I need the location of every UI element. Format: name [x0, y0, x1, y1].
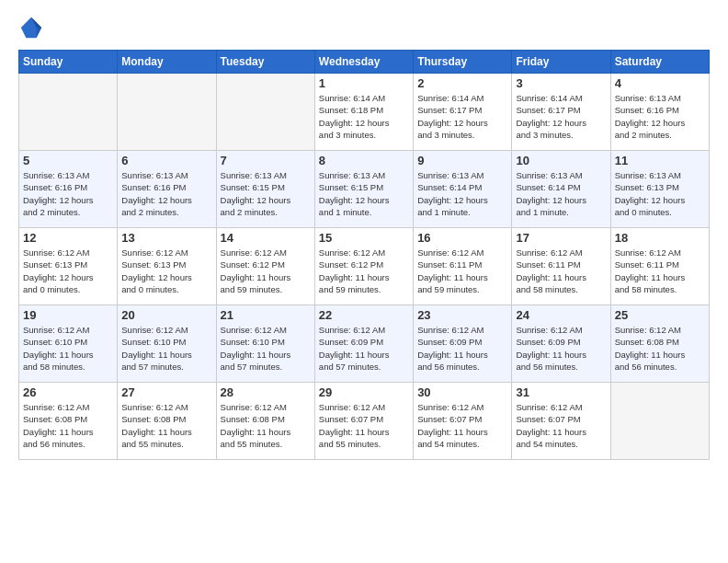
- day-number: 28: [221, 385, 311, 399]
- day-number: 4: [615, 76, 705, 90]
- weekday-header-friday: Friday: [512, 51, 610, 74]
- day-number: 8: [319, 154, 409, 167]
- logo-icon: [18, 15, 44, 40]
- calendar-cell: 25Sunrise: 6:12 AMSunset: 6:08 PMDayligh…: [610, 305, 709, 383]
- calendar-cell: 22Sunrise: 6:12 AMSunset: 6:09 PMDayligh…: [314, 305, 413, 383]
- day-number: 6: [121, 154, 211, 167]
- day-info: Sunrise: 6:12 AMSunset: 6:08 PMDaylight:…: [615, 324, 705, 373]
- calendar-cell: [610, 383, 709, 460]
- day-number: 25: [615, 308, 705, 322]
- day-info: Sunrise: 6:12 AMSunset: 6:10 PMDaylight:…: [121, 324, 211, 373]
- day-info: Sunrise: 6:14 AMSunset: 6:17 PMDaylight:…: [417, 92, 507, 141]
- day-number: 19: [23, 308, 113, 322]
- day-number: 18: [615, 231, 705, 245]
- calendar-cell: 16Sunrise: 6:12 AMSunset: 6:11 PMDayligh…: [414, 228, 512, 305]
- calendar-week-1: 1Sunrise: 6:14 AMSunset: 6:18 PMDaylight…: [19, 74, 710, 151]
- calendar-cell: [118, 74, 216, 151]
- calendar-cell: 27Sunrise: 6:12 AMSunset: 6:08 PMDayligh…: [118, 383, 216, 460]
- day-number: 20: [121, 308, 211, 322]
- weekday-header-monday: Monday: [118, 51, 216, 74]
- day-info: Sunrise: 6:12 AMSunset: 6:09 PMDaylight:…: [516, 324, 606, 373]
- calendar-cell: 13Sunrise: 6:12 AMSunset: 6:13 PMDayligh…: [118, 228, 216, 305]
- calendar-cell: 6Sunrise: 6:13 AMSunset: 6:16 PMDaylight…: [118, 151, 216, 228]
- day-number: 7: [221, 154, 311, 167]
- calendar-cell: 14Sunrise: 6:12 AMSunset: 6:12 PMDayligh…: [216, 228, 314, 305]
- calendar-cell: 3Sunrise: 6:14 AMSunset: 6:17 PMDaylight…: [512, 74, 610, 151]
- day-info: Sunrise: 6:12 AMSunset: 6:13 PMDaylight:…: [121, 247, 211, 295]
- day-number: 2: [417, 76, 507, 90]
- day-number: 11: [615, 154, 705, 167]
- calendar-cell: 18Sunrise: 6:12 AMSunset: 6:11 PMDayligh…: [610, 228, 709, 305]
- calendar-cell: 5Sunrise: 6:13 AMSunset: 6:16 PMDaylight…: [19, 151, 118, 228]
- calendar-cell: 30Sunrise: 6:12 AMSunset: 6:07 PMDayligh…: [414, 383, 512, 460]
- calendar-cell: 20Sunrise: 6:12 AMSunset: 6:10 PMDayligh…: [118, 305, 216, 383]
- calendar-cell: 28Sunrise: 6:12 AMSunset: 6:08 PMDayligh…: [216, 383, 314, 460]
- calendar-week-3: 12Sunrise: 6:12 AMSunset: 6:13 PMDayligh…: [19, 228, 710, 305]
- day-info: Sunrise: 6:14 AMSunset: 6:17 PMDaylight:…: [516, 92, 606, 141]
- day-info: Sunrise: 6:12 AMSunset: 6:11 PMDaylight:…: [417, 247, 507, 295]
- calendar-cell: 31Sunrise: 6:12 AMSunset: 6:07 PMDayligh…: [512, 383, 610, 460]
- calendar-cell: 21Sunrise: 6:12 AMSunset: 6:10 PMDayligh…: [216, 305, 314, 383]
- day-info: Sunrise: 6:13 AMSunset: 6:15 PMDaylight:…: [319, 169, 409, 218]
- weekday-header-row: SundayMondayTuesdayWednesdayThursdayFrid…: [19, 51, 710, 74]
- page-header: [18, 15, 710, 40]
- weekday-header-sunday: Sunday: [19, 51, 118, 74]
- day-info: Sunrise: 6:12 AMSunset: 6:07 PMDaylight:…: [417, 401, 507, 450]
- calendar-cell: 26Sunrise: 6:12 AMSunset: 6:08 PMDayligh…: [19, 383, 118, 460]
- weekday-header-wednesday: Wednesday: [314, 51, 413, 74]
- day-info: Sunrise: 6:13 AMSunset: 6:16 PMDaylight:…: [23, 169, 113, 218]
- day-info: Sunrise: 6:12 AMSunset: 6:11 PMDaylight:…: [516, 247, 606, 295]
- day-info: Sunrise: 6:12 AMSunset: 6:09 PMDaylight:…: [319, 324, 409, 373]
- calendar-table: SundayMondayTuesdayWednesdayThursdayFrid…: [18, 50, 710, 460]
- day-number: 16: [417, 231, 507, 245]
- day-info: Sunrise: 6:13 AMSunset: 6:13 PMDaylight:…: [615, 169, 705, 218]
- day-info: Sunrise: 6:12 AMSunset: 6:13 PMDaylight:…: [23, 247, 113, 295]
- day-number: 29: [319, 385, 409, 399]
- day-number: 22: [319, 308, 409, 322]
- calendar-cell: 12Sunrise: 6:12 AMSunset: 6:13 PMDayligh…: [19, 228, 118, 305]
- calendar-cell: 2Sunrise: 6:14 AMSunset: 6:17 PMDaylight…: [414, 74, 512, 151]
- calendar-cell: 23Sunrise: 6:12 AMSunset: 6:09 PMDayligh…: [414, 305, 512, 383]
- calendar-cell: 24Sunrise: 6:12 AMSunset: 6:09 PMDayligh…: [512, 305, 610, 383]
- day-info: Sunrise: 6:12 AMSunset: 6:08 PMDaylight:…: [23, 401, 113, 450]
- day-number: 23: [417, 308, 507, 322]
- day-number: 12: [23, 231, 113, 245]
- day-number: 24: [516, 308, 606, 322]
- day-number: 3: [516, 76, 606, 90]
- day-number: 31: [516, 385, 606, 399]
- calendar-week-4: 19Sunrise: 6:12 AMSunset: 6:10 PMDayligh…: [19, 305, 710, 383]
- weekday-header-tuesday: Tuesday: [216, 51, 314, 74]
- day-info: Sunrise: 6:13 AMSunset: 6:14 PMDaylight:…: [516, 169, 606, 218]
- weekday-header-thursday: Thursday: [414, 51, 512, 74]
- day-info: Sunrise: 6:13 AMSunset: 6:14 PMDaylight:…: [417, 169, 507, 218]
- calendar-cell: 1Sunrise: 6:14 AMSunset: 6:18 PMDaylight…: [314, 74, 413, 151]
- day-info: Sunrise: 6:12 AMSunset: 6:09 PMDaylight:…: [417, 324, 507, 373]
- calendar-cell: 4Sunrise: 6:13 AMSunset: 6:16 PMDaylight…: [610, 74, 709, 151]
- day-number: 1: [319, 76, 409, 90]
- calendar-week-5: 26Sunrise: 6:12 AMSunset: 6:08 PMDayligh…: [19, 383, 710, 460]
- day-info: Sunrise: 6:12 AMSunset: 6:12 PMDaylight:…: [319, 247, 409, 295]
- calendar-cell: 10Sunrise: 6:13 AMSunset: 6:14 PMDayligh…: [512, 151, 610, 228]
- day-number: 15: [319, 231, 409, 245]
- calendar-week-2: 5Sunrise: 6:13 AMSunset: 6:16 PMDaylight…: [19, 151, 710, 228]
- calendar-cell: 11Sunrise: 6:13 AMSunset: 6:13 PMDayligh…: [610, 151, 709, 228]
- day-number: 21: [221, 308, 311, 322]
- calendar-cell: 15Sunrise: 6:12 AMSunset: 6:12 PMDayligh…: [314, 228, 413, 305]
- day-info: Sunrise: 6:12 AMSunset: 6:10 PMDaylight:…: [23, 324, 113, 373]
- calendar-cell: 9Sunrise: 6:13 AMSunset: 6:14 PMDaylight…: [414, 151, 512, 228]
- day-number: 26: [23, 385, 113, 399]
- svg-marker-2: [37, 28, 42, 38]
- day-number: 17: [516, 231, 606, 245]
- day-info: Sunrise: 6:12 AMSunset: 6:07 PMDaylight:…: [319, 401, 409, 450]
- day-number: 10: [516, 154, 606, 167]
- logo: [18, 15, 48, 40]
- day-number: 5: [23, 154, 113, 167]
- calendar-cell: 29Sunrise: 6:12 AMSunset: 6:07 PMDayligh…: [314, 383, 413, 460]
- calendar-cell: 17Sunrise: 6:12 AMSunset: 6:11 PMDayligh…: [512, 228, 610, 305]
- day-info: Sunrise: 6:13 AMSunset: 6:16 PMDaylight:…: [121, 169, 211, 218]
- day-info: Sunrise: 6:12 AMSunset: 6:10 PMDaylight:…: [221, 324, 311, 373]
- calendar-cell: [19, 74, 118, 151]
- day-info: Sunrise: 6:12 AMSunset: 6:08 PMDaylight:…: [121, 401, 211, 450]
- day-info: Sunrise: 6:13 AMSunset: 6:15 PMDaylight:…: [221, 169, 311, 218]
- day-info: Sunrise: 6:14 AMSunset: 6:18 PMDaylight:…: [319, 92, 409, 141]
